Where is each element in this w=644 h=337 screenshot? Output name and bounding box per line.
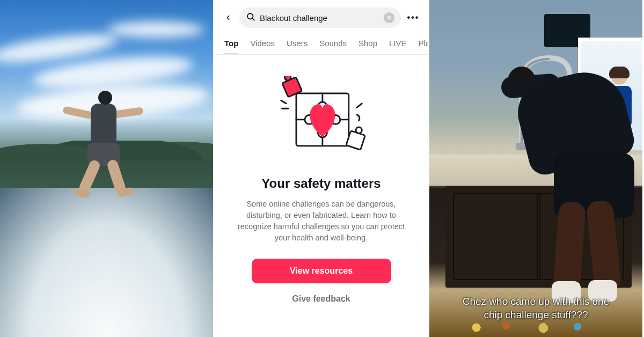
caption-line-2: chip challenge stuff??? [484, 309, 588, 320]
boat-wake [0, 188, 213, 337]
search-input[interactable] [260, 13, 379, 23]
caption-line-1: Chez who came up with this one [463, 296, 610, 307]
tab-top[interactable]: Top [224, 33, 238, 54]
person-jumping [62, 83, 142, 201]
safety-title: Your safety matters [261, 176, 380, 191]
clear-search-button[interactable] [384, 12, 394, 23]
tab-places[interactable]: Places [419, 33, 428, 54]
video-still-lake [0, 0, 215, 337]
tab-live[interactable]: LIVE [389, 33, 407, 54]
tab-videos[interactable]: Videos [250, 33, 275, 54]
svg-line-17 [356, 104, 361, 108]
search-top-bar: ••• [215, 0, 428, 33]
tab-shop[interactable]: Shop [358, 33, 377, 54]
tab-users[interactable]: Users [287, 33, 308, 54]
svg-line-15 [281, 100, 286, 104]
video-still-kitchen: Chez who came up with this one chip chal… [429, 0, 644, 337]
svg-point-14 [355, 127, 362, 134]
person-leaning-on-sink [504, 57, 639, 288]
view-resources-button[interactable]: View resources [252, 259, 391, 283]
puzzle-heart-illustration [270, 76, 372, 162]
safety-body-text: Some online challenges can be dangerous,… [233, 199, 409, 244]
app-search-screen: ••• Top Videos Users Sounds Shop LIVE Pl… [215, 0, 429, 337]
search-icon [246, 12, 255, 24]
search-bar[interactable] [239, 8, 401, 28]
svg-line-1 [252, 18, 254, 20]
give-feedback-link[interactable]: Give feedback [292, 294, 350, 304]
safety-interstitial: Your safety matters Some online challeng… [215, 55, 428, 337]
more-options-button[interactable]: ••• [406, 11, 420, 25]
search-tabs: Top Videos Users Sounds Shop LIVE Places [215, 33, 428, 55]
tab-sounds[interactable]: Sounds [319, 33, 347, 54]
back-button[interactable] [222, 12, 234, 24]
video-caption: Chez who came up with this one chip chal… [429, 295, 642, 322]
